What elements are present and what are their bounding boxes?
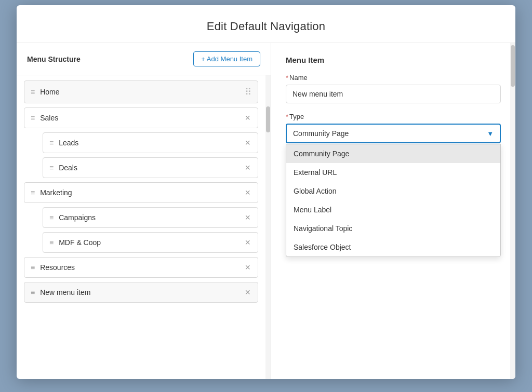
dropdown-option-menu-label[interactable]: Menu Label — [286, 200, 500, 219]
remove-button[interactable]: × — [244, 163, 251, 172]
remove-button[interactable]: × — [244, 113, 251, 123]
menu-structure-title: Menu Structure — [27, 55, 81, 63]
drag-handle-icon: ≡ — [49, 139, 54, 147]
drag-handle-icon: ≡ — [49, 213, 54, 222]
type-dropdown-list: Community Page External URL Global Actio… — [286, 144, 501, 257]
list-item[interactable]: ≡ Resources × — [24, 257, 258, 278]
type-select[interactable]: Community Page ▼ — [286, 124, 501, 143]
drag-handle-icon: ≡ — [49, 238, 54, 247]
remove-button[interactable]: × — [244, 238, 251, 247]
drag-handle-icon: ≡ — [31, 114, 35, 122]
list-item[interactable]: ≡ Sales × — [24, 107, 258, 128]
list-item[interactable]: ≡ Leads × — [43, 132, 258, 153]
dropdown-option-external-url[interactable]: External URL — [286, 163, 500, 182]
left-panel: Menu Structure + Add Menu Item ≡ Home ⠿ — [17, 43, 271, 379]
required-star: * — [286, 74, 288, 82]
type-field-label: *Type — [286, 113, 501, 120]
dropdown-option-navigational-topic[interactable]: Navigational Topic — [286, 219, 500, 238]
remove-button[interactable]: × — [244, 188, 251, 197]
left-scrollbar-thumb — [266, 106, 270, 132]
list-item[interactable]: ≡ Campaigns × — [43, 207, 258, 228]
list-item[interactable]: ≡ Deals × — [43, 157, 258, 178]
modal-title: Edit Default Navigation — [33, 20, 499, 33]
name-input[interactable] — [286, 85, 501, 103]
list-item: ≡ Home ⠿ — [24, 80, 258, 103]
drag-handle-icon: ≡ — [49, 164, 54, 172]
list-item[interactable]: ≡ New menu item × — [24, 282, 258, 303]
right-scrollbar — [510, 43, 515, 379]
menu-item-section-title: Menu Item — [286, 56, 501, 64]
type-select-wrapper: Community Page ▼ Community Page External… — [286, 124, 501, 143]
modal-header: Edit Default Navigation — [17, 5, 515, 43]
remove-button[interactable]: × — [244, 288, 251, 297]
right-panel: Menu Item *Name *Type Community Page ▼ — [271, 43, 515, 379]
left-panel-header: Menu Structure + Add Menu Item — [17, 43, 271, 75]
modal-overlay: Edit Default Navigation Menu Structure +… — [0, 0, 532, 392]
type-selected-value: Community Page — [293, 129, 349, 138]
remove-button[interactable]: × — [244, 263, 251, 272]
modal: Edit Default Navigation Menu Structure +… — [17, 5, 515, 379]
drag-handle-icon: ≡ — [31, 88, 35, 96]
modal-body: Menu Structure + Add Menu Item ≡ Home ⠿ — [17, 43, 515, 379]
drag-handle-icon: ≡ — [31, 188, 35, 197]
remove-button[interactable]: × — [244, 213, 251, 222]
dropdown-option-salesforce-object[interactable]: Salesforce Object — [286, 238, 500, 256]
menu-list: ≡ Home ⠿ ≡ Sales × ≡ L — [17, 75, 265, 379]
add-menu-item-button[interactable]: + Add Menu Item — [193, 51, 260, 66]
dropdown-option-community-page[interactable]: Community Page — [286, 144, 500, 163]
name-field-label: *Name — [286, 74, 501, 82]
list-item[interactable]: ≡ Marketing × — [24, 182, 258, 203]
chevron-down-icon: ▼ — [487, 130, 494, 138]
dropdown-option-global-action[interactable]: Global Action — [286, 182, 500, 200]
left-scroll-area: ≡ Home ⠿ ≡ Sales × ≡ L — [17, 75, 271, 379]
left-scrollbar — [265, 75, 271, 379]
required-star: * — [286, 113, 288, 120]
drag-handle-icon: ≡ — [31, 263, 35, 272]
drag-handle-icon: ≡ — [31, 288, 35, 296]
right-scrollbar-thumb — [511, 45, 515, 87]
list-item[interactable]: ≡ MDF & Coop × — [43, 232, 258, 253]
remove-button[interactable]: × — [244, 138, 251, 147]
